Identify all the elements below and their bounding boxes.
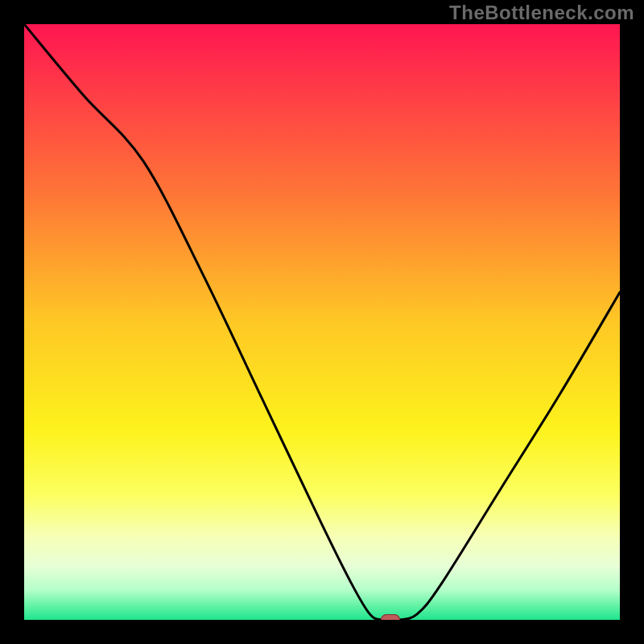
optimal-point-marker <box>381 614 400 620</box>
plot-area <box>24 24 620 620</box>
chart-frame: TheBottleneck.com <box>0 0 644 644</box>
bottleneck-curve <box>24 24 620 620</box>
watermark-text: TheBottleneck.com <box>449 2 634 24</box>
